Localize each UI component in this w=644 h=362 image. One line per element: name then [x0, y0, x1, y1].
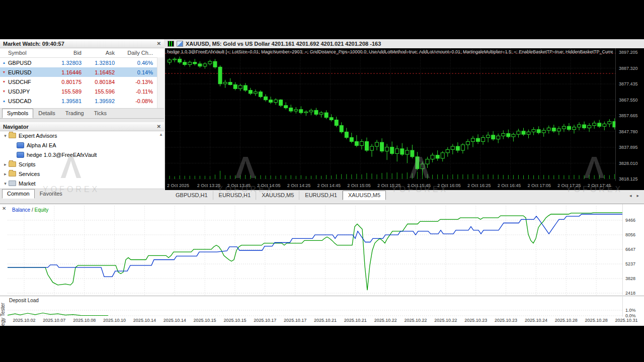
symbol-cell: USDCHF: [8, 79, 51, 85]
table-row-usdcad[interactable]: ▲USDCAD1.395811.39592-0.08%: [0, 96, 164, 106]
tester-x-label: 2025.10.28: [552, 318, 580, 323]
tester-x-label: 2025.10.07: [41, 318, 68, 323]
tab-favorites[interactable]: Favorites: [35, 189, 67, 199]
market-watch-header: SymbolBidAskDaily Ch...: [0, 48, 164, 58]
tab-common[interactable]: Common: [2, 189, 35, 199]
chart-titlebar: XAUUSD, M5: Gold vs US Dollar 4201.161 4…: [165, 39, 644, 48]
tab-scroll-right-icon[interactable]: ▸: [636, 193, 639, 198]
bid-cell: 155.589: [51, 88, 85, 95]
time-tick-label: 2 Oct 17:05: [527, 183, 551, 188]
column-header-symbol[interactable]: Symbol: [0, 50, 51, 56]
change-cell: -0.13%: [118, 79, 156, 85]
close-icon[interactable]: ✕: [2, 206, 6, 211]
tree-item-services[interactable]: ▸Services: [0, 169, 164, 178]
time-tick-label: 2 Oct 15:05: [347, 183, 371, 188]
tab-eurusd-h1[interactable]: EURUSD,H1: [213, 191, 257, 200]
tree-item-expert-advisors[interactable]: ▾Expert Advisors: [0, 131, 164, 140]
tester-chart[interactable]: [8, 206, 622, 296]
time-tick-label: 2 Oct 16:25: [467, 183, 491, 188]
deposit-chart[interactable]: [8, 297, 622, 318]
column-header-daily-ch[interactable]: Daily Ch...: [118, 50, 156, 56]
time-tick-label: 2 Oct 15:45: [408, 183, 431, 188]
time-tick-label: 2 Oct 17:25: [557, 183, 581, 188]
column-header-ask[interactable]: Ask: [85, 50, 118, 56]
tab-details[interactable]: Details: [33, 109, 60, 118]
tester-y-label: 5237: [625, 261, 635, 266]
candlestick-chart-area[interactable]: hedge 1.0.3@FreeEAfxVault [=; LotSize=0.…: [165, 48, 644, 181]
bid-cell: 1.16446: [51, 69, 85, 75]
table-row-eurusd[interactable]: ▼EURUSD1.164461.164520.14%: [0, 67, 164, 77]
bid-cell: 0.80175: [51, 79, 85, 85]
price-tick-label: 3828.010: [619, 161, 638, 166]
tester-y-label: 6647: [625, 247, 635, 252]
ea-icon: [17, 152, 24, 158]
tree-item-market[interactable]: ▾Market: [0, 178, 164, 188]
tester-y-label: 8056: [625, 232, 635, 237]
tester-x-label: 2025.10.31: [613, 318, 640, 323]
tab-gbpusd-h1[interactable]: GBPUSD,H1: [170, 191, 213, 200]
expander-down-icon[interactable]: ▾: [2, 181, 9, 186]
chart-icon: [168, 41, 174, 47]
tree-item-hedge-1-0-3-freeeafxvault[interactable]: hedge 1.0.3@FreeEAfxVault: [0, 150, 164, 159]
symbol-cell: EURUSD: [8, 69, 51, 75]
tester-axis-separator: [622, 204, 623, 317]
tester-x-label: 2025.10.15: [191, 318, 218, 323]
tab-ticks[interactable]: Ticks: [89, 109, 112, 118]
strategy-tester-tab[interactable]: egy Tester: [0, 295, 6, 326]
scroll-up-icon[interactable]: ▲: [159, 132, 163, 137]
app-window: Market Watch: 09:40:57 ✕ SymbolBidAskDai…: [0, 0, 644, 362]
table-row-gbpusd[interactable]: ▲GBPUSD1.328031.328100.46%: [0, 58, 164, 67]
tree-item-label: hedge 1.0.3@FreeEAfxVault: [27, 152, 97, 158]
change-cell: 0.46%: [118, 60, 156, 66]
legend-balance: Balance: [12, 207, 30, 213]
tester-x-label: 2025.10.15: [221, 318, 249, 323]
tick-down-icon: ▼: [0, 70, 8, 74]
legend-equity: Equity: [34, 207, 48, 213]
tester-x-label: 2025.10.14: [161, 318, 188, 323]
tester-x-label: 2025.10.17: [282, 318, 309, 323]
symbol-cell: GBPUSD: [8, 60, 51, 66]
market-watch-title: Market Watch: 09:40:57: [3, 41, 64, 47]
tab-eurusd-h1[interactable]: EURUSD,H1: [299, 191, 343, 200]
folder-icon: [9, 133, 16, 138]
column-header-bid[interactable]: Bid: [51, 50, 85, 56]
tab-symbols[interactable]: Symbols: [2, 109, 33, 118]
close-icon[interactable]: ✕: [157, 41, 161, 46]
tester-y-label: 2418: [625, 291, 635, 296]
tester-x-label: 2025.10.08: [71, 318, 98, 323]
close-icon[interactable]: ✕: [157, 124, 161, 129]
tab-xauusd-m5[interactable]: XAUUSD,M5: [343, 191, 386, 200]
price-axis: 3897.2053887.3203877.4353867.5503857.665…: [615, 48, 644, 181]
table-row-usdchf[interactable]: ▼USDCHF0.801750.80184-0.13%: [0, 77, 164, 86]
tick-up-icon: ▲: [0, 61, 8, 64]
navigator-panel: Navigator ✕ ▾Expert AdvisorsAlpha AI EAh…: [0, 122, 164, 199]
change-cell: -0.11%: [118, 88, 156, 95]
ea-icon: [17, 142, 24, 148]
price-tick-label: 3897.205: [619, 50, 638, 55]
tree-item-scripts[interactable]: ▸Scripts: [0, 159, 164, 169]
bid-cell: 1.39581: [51, 98, 85, 104]
ea-parameters-text: hedge 1.0.3@FreeEAfxVault [=; LotSize=0.…: [167, 49, 613, 54]
tester-x-label: 2025.10.17: [252, 318, 279, 323]
tree-item-alpha-ai-ea[interactable]: Alpha AI EA: [0, 140, 164, 150]
candle-chart[interactable]: [165, 48, 615, 181]
tester-legend: Balance / Equity: [12, 207, 48, 213]
table-row-usdjpy[interactable]: ▼USDJPY155.589155.596-0.11%: [0, 86, 164, 96]
tab-xauusd-m5[interactable]: XAUUSD,M5: [256, 191, 299, 200]
price-tick-label: 3877.435: [619, 81, 638, 86]
expander-right-icon[interactable]: ▸: [2, 162, 9, 167]
time-tick-label: 2 Oct 17:45: [588, 183, 611, 188]
tester-x-label: 2025.10.14: [131, 318, 158, 323]
folder-icon: [9, 161, 16, 167]
navigator-title: Navigator: [3, 124, 29, 130]
expander-right-icon[interactable]: ▸: [2, 171, 9, 176]
expander-down-icon[interactable]: ▾: [2, 133, 9, 138]
tester-x-label: 2025.10.23: [493, 318, 520, 323]
tester-y-label: 3828: [625, 276, 635, 281]
tester-separator: [0, 296, 644, 296]
time-tick-label: 2 Oct 14:45: [317, 183, 341, 188]
tab-scroll-left-icon[interactable]: ◂: [629, 193, 632, 198]
ask-cell: 1.16452: [85, 69, 118, 75]
tab-trading[interactable]: Trading: [60, 109, 89, 118]
ask-cell: 1.39592: [85, 98, 118, 104]
